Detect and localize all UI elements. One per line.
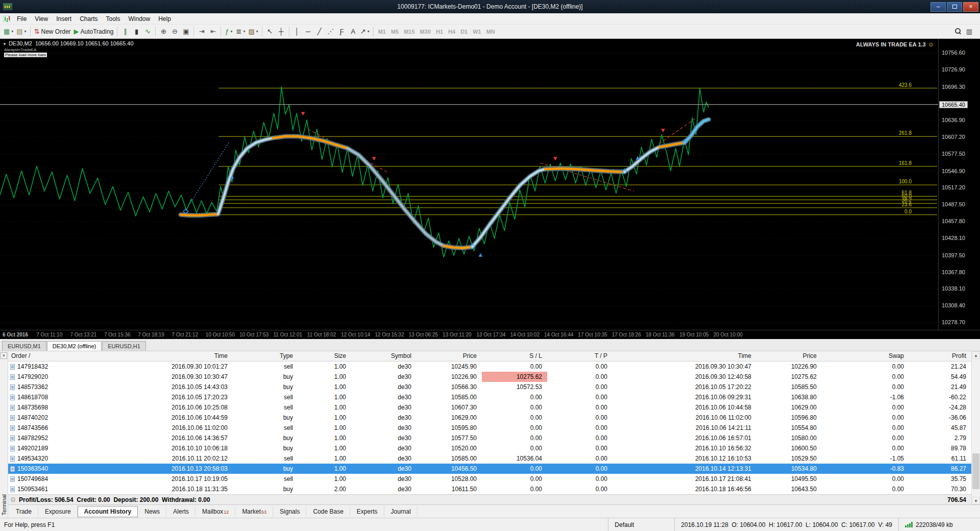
timeframe-h1[interactable]: H1: [433, 27, 446, 37]
time-axis[interactable]: 6 Oct 20167 Oct 11:107 Oct 13:217 Oct 15…: [0, 330, 980, 339]
autotrading-button[interactable]: ▶AutoTrading: [72, 26, 115, 37]
terminal-tab-alerts[interactable]: Alerts: [166, 506, 195, 517]
fibonacci-button[interactable]: Ƒ: [336, 26, 348, 37]
cursor-button[interactable]: ↖: [264, 26, 276, 37]
restore-button[interactable]: [947, 2, 962, 12]
scroll-thumb[interactable]: [972, 453, 979, 489]
column-header-order[interactable]: Order /: [8, 351, 92, 361]
terminal-tab-market[interactable]: Market63: [235, 506, 273, 517]
column-header-swap[interactable]: Swap: [822, 351, 909, 361]
history-row[interactable]: 1487435662016.10.06 11:02:00sell1.00de30…: [8, 423, 971, 433]
terminal-tab-code-base[interactable]: Code Base: [306, 506, 350, 517]
chart-canvas[interactable]: 423.6261.8161.8100.061.850.038.223.60.0 …: [0, 39, 938, 330]
terminal-tab-signals[interactable]: Signals: [273, 506, 306, 517]
vertical-line-button[interactable]: │: [291, 26, 303, 37]
column-header-size[interactable]: Size: [298, 351, 351, 361]
column-header-symbol[interactable]: Symbol: [351, 351, 416, 361]
column-header-sl[interactable]: S / L: [482, 351, 547, 361]
zoom-out-button[interactable]: ⊖: [169, 26, 180, 37]
history-row[interactable]: 1479290202016.09.30 10:30:47buy1.00de301…: [8, 372, 971, 382]
column-header-type[interactable]: Type: [233, 351, 298, 361]
column-header-price[interactable]: Price: [416, 351, 482, 361]
scroll-down-icon[interactable]: ▼: [972, 497, 980, 504]
column-header-time2[interactable]: Time: [612, 351, 756, 361]
arrows-button[interactable]: ↗▾: [359, 26, 371, 37]
periods-button[interactable]: ≣▾: [234, 26, 247, 37]
timeframe-m1[interactable]: M1: [376, 27, 388, 37]
scroll-up-icon[interactable]: ▲: [972, 351, 980, 359]
menu-item-view[interactable]: View: [31, 14, 52, 24]
history-row[interactable]: 1486187082016.10.05 17:20:23sell1.00de30…: [8, 392, 971, 402]
terminal-tab-exposure[interactable]: Exposure: [38, 506, 78, 517]
timeframe-m15[interactable]: M15: [401, 27, 417, 37]
terminal-tab-label: Signals: [280, 508, 300, 515]
timeframe-m5[interactable]: M5: [388, 27, 401, 37]
new-chart-button[interactable]: ▦▾: [2, 26, 15, 37]
history-row[interactable]: 1487829522016.10.06 14:36:57buy1.00de301…: [8, 433, 971, 443]
profiles-button[interactable]: ▤▾: [15, 26, 28, 37]
menu-item-file[interactable]: File: [13, 14, 31, 24]
history-row[interactable]: 1507496842016.10.17 10:19:05sell1.00de30…: [8, 474, 971, 484]
terminal-tab-trade[interactable]: Trade: [9, 506, 38, 517]
terminal-tab-account-history[interactable]: Account History: [78, 506, 138, 517]
terminal-tab-experts[interactable]: Experts: [350, 506, 384, 517]
price-axis[interactable]: 10756.6010726.9010696.3010665.4010636.90…: [938, 39, 980, 330]
timeframe-d1[interactable]: D1: [458, 27, 470, 37]
zoom-in-button[interactable]: ⊕: [158, 26, 169, 37]
history-row[interactable]: 1492021892016.10.10 10:06:18buy1.00de301…: [8, 443, 971, 453]
menu-item-insert[interactable]: Insert: [52, 14, 76, 24]
chart-tab-de30-m2-offline[interactable]: DE30,M2 (offline): [47, 341, 102, 351]
one-click-arrow-icon[interactable]: ▼: [3, 42, 7, 46]
chart-tab-eurusd-h1[interactable]: EURUSD,H1: [102, 341, 146, 351]
terminal-tab-journal[interactable]: Journal: [384, 506, 418, 517]
line-chart-button[interactable]: ∿: [142, 26, 153, 37]
templates-button[interactable]: ▨▾: [247, 26, 259, 37]
search-button[interactable]: [952, 26, 964, 37]
timeframe-mn[interactable]: MN: [484, 27, 498, 37]
bar-chart-button[interactable]: ∥: [119, 26, 131, 37]
menu-item-charts[interactable]: Charts: [76, 14, 102, 24]
smiley-icon[interactable]: ☺: [928, 41, 934, 48]
table-scrollbar[interactable]: ▲ ▼: [971, 351, 980, 504]
history-row[interactable]: 1487402022016.10.06 10:44:59buy1.00de301…: [8, 413, 971, 423]
candlestick-chart-button[interactable]: ▮: [131, 26, 142, 37]
minimize-button[interactable]: –: [930, 2, 946, 12]
channel-button[interactable]: ⋰: [325, 26, 336, 37]
terminal-close-button[interactable]: ×: [1, 352, 7, 359]
cell-order: 149534320: [8, 453, 92, 464]
menu-item-window[interactable]: Window: [125, 14, 155, 24]
auto-scroll-button[interactable]: ⇥: [196, 26, 207, 37]
chart-tab-eurusd-m1[interactable]: EURUSD,M1: [2, 341, 46, 351]
close-button[interactable]: ×: [963, 2, 978, 12]
column-header-profit[interactable]: Profit: [909, 351, 971, 361]
history-row[interactable]: 1503635402016.10.13 20:58:03buy1.00de301…: [8, 464, 971, 474]
status-profile[interactable]: Default: [608, 518, 674, 531]
column-header-time[interactable]: Time: [92, 351, 233, 361]
data-window-button[interactable]: ▥: [964, 26, 975, 37]
terminal-tab-news[interactable]: News: [138, 506, 166, 517]
new-order-button[interactable]: ⇅New Order: [33, 26, 72, 37]
history-row[interactable]: 1487356982016.10.06 10:25:08sell1.00de30…: [8, 402, 971, 413]
menu-item-tools[interactable]: Tools: [102, 14, 125, 24]
timeframe-m30[interactable]: M30: [418, 27, 433, 37]
trendline-button[interactable]: ╱: [314, 26, 325, 37]
cell-time2: 2016.10.06 11:02:00: [612, 413, 756, 423]
chart-svg[interactable]: 423.6261.8161.8100.061.850.038.223.60.0: [0, 39, 938, 330]
indicators-button[interactable]: ƒ▾: [223, 26, 234, 37]
terminal-tab-mailbox[interactable]: Mailbox12: [195, 506, 235, 517]
column-header-tp[interactable]: T / P: [547, 351, 612, 361]
chart-shift-button[interactable]: ⇤: [207, 26, 218, 37]
column-header-price2[interactable]: Price: [756, 351, 822, 361]
history-row[interactable]: 1485733622016.10.05 14:43:03buy1.00de301…: [8, 382, 971, 392]
history-row[interactable]: 1495343202016.10.11 20:02:12sell1.00de30…: [8, 453, 971, 464]
tile-windows-button[interactable]: ▣: [180, 26, 191, 37]
crosshair-button[interactable]: ┼: [276, 26, 287, 37]
text-button[interactable]: A: [348, 26, 359, 37]
history-row[interactable]: 1509534612016.10.18 11:31:35buy2.00de301…: [8, 484, 971, 494]
cell-time: 2016.10.05 17:20:23: [92, 392, 233, 402]
menu-item-help[interactable]: Help: [154, 14, 175, 24]
horizontal-line-button[interactable]: ─: [303, 26, 314, 37]
timeframe-h4[interactable]: H4: [446, 27, 458, 37]
history-row[interactable]: 1479184322016.09.30 10:01:27sell1.00de30…: [8, 361, 971, 372]
timeframe-w1[interactable]: W1: [470, 27, 484, 37]
